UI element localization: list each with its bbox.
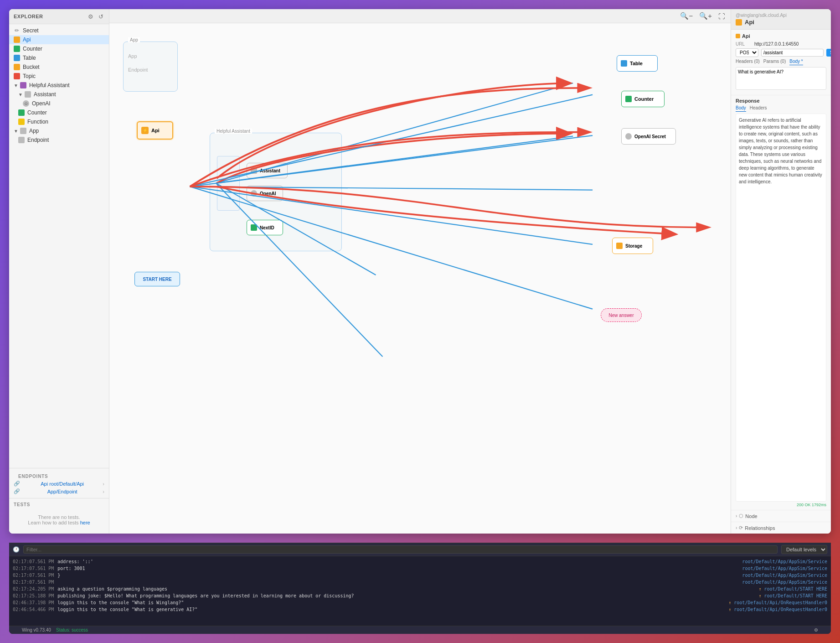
sidebar: EXPLORER ⚙ ↺ ✏ Secret Api Counter Table xyxy=(9,9,109,534)
bucket-icon xyxy=(14,64,20,70)
start-here-node[interactable]: START HERE xyxy=(134,272,180,286)
tests-link[interactable]: here xyxy=(80,520,90,525)
assistant-node[interactable]: Assistant xyxy=(247,163,288,178)
counter-node-icon xyxy=(625,96,632,102)
sidebar-header: EXPLORER ⚙ ↺ xyxy=(9,9,109,24)
counter-node-label: Counter xyxy=(634,96,654,102)
openai-node[interactable]: OpenAI xyxy=(247,186,283,201)
openai-secret-node[interactable]: OpenAI Secret xyxy=(621,128,676,145)
panel-header: @winglang/sdk.cloud.Api Api xyxy=(731,9,831,30)
url-label: URL xyxy=(736,41,752,47)
sidebar-item-counter[interactable]: Counter xyxy=(9,44,109,53)
sidebar-item-openai[interactable]: ○ OpenAI xyxy=(9,99,109,108)
topic-icon xyxy=(14,73,20,79)
log-rlink-6: ↑ root/Default/START HERE xyxy=(691,592,827,599)
relationships-section[interactable]: › ⟳ Relationships xyxy=(731,522,831,534)
nextid-node[interactable]: NextID xyxy=(247,220,283,235)
log-filter-input[interactable] xyxy=(23,545,778,554)
app-container-box: App App Endpoint xyxy=(123,41,178,92)
inner-box1 xyxy=(217,156,240,211)
openai-secret-icon xyxy=(625,133,632,140)
response-tabs: Body Headers xyxy=(736,105,826,112)
url-value: http://127.0.0.1:64550 xyxy=(754,41,826,47)
log-content: 02:17:07.561 PMaddress: '::' 02:17:07.56… xyxy=(9,556,831,626)
log-rlink-1: root/Default/App/AppSim/Service xyxy=(691,558,827,565)
sidebar-item-secret[interactable]: ✏ Secret xyxy=(9,26,109,35)
counter-node[interactable]: Counter xyxy=(621,91,665,107)
app-container-label: App xyxy=(128,37,140,42)
log-clock-icon[interactable]: 🕐 xyxy=(13,546,20,553)
panel-title-row: Api xyxy=(736,19,826,26)
sidebar-item-topic[interactable]: Topic xyxy=(9,72,109,81)
nextid-label: NextID xyxy=(260,225,274,230)
new-answer-node[interactable]: New answer xyxy=(601,308,642,322)
relationships-label: Relationships xyxy=(745,525,775,531)
body-textarea[interactable]: What is generative AI? xyxy=(736,67,826,90)
refresh-icon[interactable]: ↺ xyxy=(97,13,104,20)
table-node-label: Table xyxy=(630,61,643,66)
log-toolbar: 🕐 Default levels xyxy=(9,543,831,556)
storage-node[interactable]: Storage xyxy=(612,238,653,254)
section-icon xyxy=(736,34,740,38)
explorer-title: EXPLORER xyxy=(14,14,43,19)
sidebar-item-table[interactable]: Table xyxy=(9,53,109,62)
openai-secret-label: OpenAI Secret xyxy=(634,134,666,139)
sidebar-item-helpful-assistant[interactable]: ▼ Helpful Assistant xyxy=(9,81,109,90)
sidebar-item-assistant[interactable]: ▼ Assistant xyxy=(9,90,109,99)
api-node[interactable]: ⚡ Api xyxy=(137,121,173,140)
panel-breadcrumb: @winglang/sdk.cloud.Api xyxy=(736,13,826,18)
canvas-toolbar: 🔍− 🔍+ ⛶ xyxy=(109,9,731,23)
tab-body[interactable]: Body * xyxy=(789,59,803,65)
sidebar-item-function[interactable]: Function xyxy=(9,117,109,126)
request-tabs: Headers (0) Params (0) Body * xyxy=(736,59,826,65)
api-section: Api URL http://127.0.0.1:64550 POST GET … xyxy=(731,30,831,95)
log-rlink-3: root/Default/App/AppSim/Service xyxy=(691,572,827,579)
status-success: Status: success xyxy=(56,627,88,633)
sidebar-item-bucket[interactable]: Bucket xyxy=(9,62,109,72)
endpoint-link-api[interactable]: 🔗 Api root/Default/Api › xyxy=(14,480,104,487)
tab-response-headers[interactable]: Headers xyxy=(750,105,767,112)
log-line-8: 02:46:54.466 PMloggin this to the consol… xyxy=(13,606,681,613)
log-rlink-5: ↑ root/Default/START HERE xyxy=(691,586,827,592)
tab-params[interactable]: Params (0) xyxy=(763,59,786,65)
helpful-assistant-label: Helpful Assistant xyxy=(215,129,252,134)
api-node-label: Api xyxy=(151,128,160,133)
right-panel: @winglang/sdk.cloud.Api Api Api URL http… xyxy=(731,9,831,534)
node-section[interactable]: › ⬡ Node xyxy=(731,510,831,522)
api-section-title: Api xyxy=(736,33,826,39)
tests-empty: There are no tests. Learn how to add tes… xyxy=(14,510,104,530)
counter2-icon xyxy=(18,109,25,116)
tests-header: TESTS xyxy=(14,502,104,507)
zoom-in-btn[interactable]: 🔍+ xyxy=(697,11,714,21)
send-button[interactable]: Send xyxy=(826,49,831,57)
assistant-sub-icon xyxy=(25,91,31,98)
panel-title: Api xyxy=(745,19,754,26)
endpoint-link-app[interactable]: 🔗 App/Endpoint › xyxy=(14,487,104,495)
app-icon xyxy=(20,128,26,134)
sidebar-item-counter2[interactable]: Counter xyxy=(9,108,109,117)
fit-btn[interactable]: ⛶ xyxy=(716,11,727,21)
log-line-4: 02:17:07.561 PM xyxy=(13,579,681,586)
panel-api-icon xyxy=(736,19,742,26)
storage-label: Storage xyxy=(625,244,642,249)
path-input[interactable] xyxy=(761,49,824,57)
table-node[interactable]: Table xyxy=(617,55,658,72)
sidebar-item-endpoint[interactable]: Endpoint xyxy=(9,135,109,145)
tab-headers[interactable]: Headers (0) xyxy=(736,59,760,65)
sidebar-items: ✏ Secret Api Counter Table Bucket Top xyxy=(9,24,109,468)
sidebar-item-app[interactable]: ▼ App xyxy=(9,126,109,135)
node-label: Node xyxy=(745,513,757,519)
log-level-select[interactable]: Default levels xyxy=(781,545,827,554)
assistant-icon xyxy=(20,82,26,88)
tab-response-body[interactable]: Body xyxy=(736,105,746,112)
zoom-out-btn[interactable]: 🔍− xyxy=(678,11,695,21)
sidebar-item-api[interactable]: Api xyxy=(9,35,109,44)
settings-icon[interactable]: ⚙ xyxy=(87,13,94,20)
canvas[interactable]: App App Endpoint ⚡ Api Table Counter xyxy=(109,23,731,534)
storage-icon xyxy=(616,243,623,249)
api-node-icon: ⚡ xyxy=(141,127,149,134)
tests-section: TESTS There are no tests. Learn how to a… xyxy=(9,498,109,534)
method-select[interactable]: POST GET PUT DELETE xyxy=(736,48,758,57)
status-version: Wing v0.73.40 Status: success xyxy=(22,627,88,633)
log-line-2: 02:17:07.561 PMport: 3001 xyxy=(13,565,681,572)
